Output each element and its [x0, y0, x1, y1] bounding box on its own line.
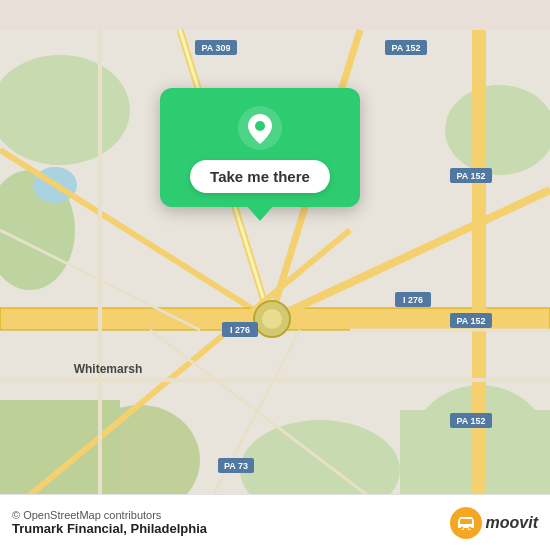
map-container: PA 309 PA 152 PA 152 PA 152 PA 152 I 276… [0, 0, 550, 550]
svg-text:PA 309: PA 309 [201, 43, 230, 53]
svg-point-26 [262, 309, 282, 329]
moovit-icon [450, 507, 482, 539]
svg-point-45 [255, 121, 265, 131]
moovit-text: moovit [486, 514, 538, 532]
svg-text:PA 152: PA 152 [391, 43, 420, 53]
moovit-logo: moovit [450, 507, 538, 539]
svg-text:PA 152: PA 152 [456, 171, 485, 181]
bottom-bar-left: © OpenStreetMap contributors Trumark Fin… [12, 509, 207, 536]
svg-text:Whitemarsh: Whitemarsh [74, 362, 143, 376]
svg-text:PA 152: PA 152 [456, 316, 485, 326]
map-attribution: © OpenStreetMap contributors [12, 509, 207, 521]
svg-rect-46 [460, 519, 472, 524]
svg-point-47 [460, 526, 463, 529]
location-pin-icon [238, 106, 282, 150]
popup-card: Take me there [160, 88, 360, 207]
take-me-there-button[interactable]: Take me there [190, 160, 330, 193]
svg-text:I 276: I 276 [230, 325, 250, 335]
place-name: Trumark Financial, Philadelphia [12, 521, 207, 536]
svg-text:I 276: I 276 [403, 295, 423, 305]
svg-rect-18 [472, 30, 486, 520]
bottom-bar: © OpenStreetMap contributors Trumark Fin… [0, 494, 550, 550]
svg-text:PA 152: PA 152 [456, 416, 485, 426]
bus-icon [456, 513, 476, 533]
svg-point-6 [445, 85, 550, 175]
svg-text:PA 73: PA 73 [224, 461, 248, 471]
svg-point-48 [468, 526, 471, 529]
map-svg: PA 309 PA 152 PA 152 PA 152 PA 152 I 276… [0, 0, 550, 550]
